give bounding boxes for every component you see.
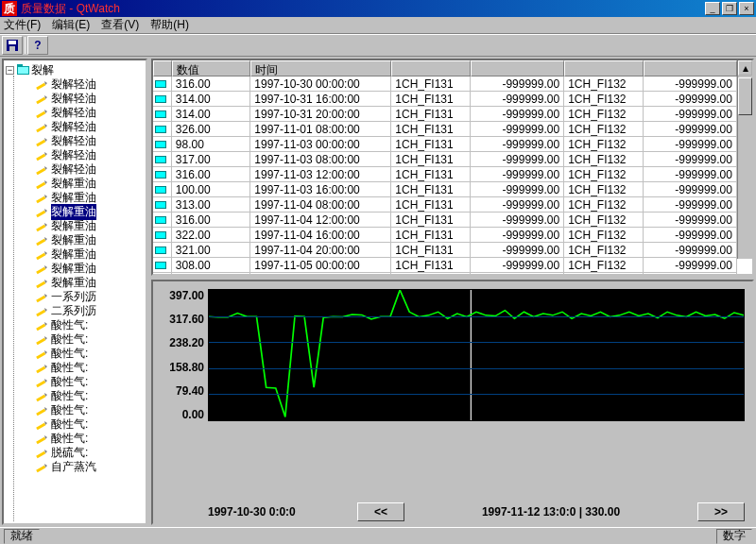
- svg-rect-10: [36, 110, 45, 118]
- table-row[interactable]: 326.001997-11-01 08:00:001CH_FI131-99999…: [153, 122, 737, 137]
- pencil-icon: [36, 221, 49, 232]
- svg-rect-32: [36, 266, 45, 274]
- row-icon: [153, 213, 168, 227]
- tree-item[interactable]: 酸性气:: [4, 375, 146, 389]
- tree-item[interactable]: 酸性气:: [4, 432, 146, 446]
- tree-item[interactable]: 裂解重油: [4, 276, 146, 290]
- tree-item[interactable]: 裂解重油: [4, 177, 146, 191]
- row-icon: [153, 123, 168, 136]
- tree-item[interactable]: 裂解重油: [4, 191, 146, 205]
- tree-item[interactable]: 裂解轻油: [4, 92, 146, 106]
- tree-root[interactable]: − 裂解: [4, 62, 146, 77]
- svg-rect-18: [36, 167, 45, 175]
- svg-rect-12: [36, 125, 45, 132]
- chart-x-start: 1997-10-30 0:0:0: [208, 505, 350, 518]
- svg-rect-83: [156, 232, 165, 238]
- collapse-icon[interactable]: −: [6, 66, 14, 75]
- svg-rect-75: [156, 172, 165, 178]
- data-grid: 数值时间316.001997-10-30 00:00:001CH_FI131-9…: [151, 59, 754, 276]
- chart-prev-button[interactable]: <<: [357, 502, 404, 521]
- table-row[interactable]: 321.001997-11-04 20:00:001CH_FI131-99999…: [153, 243, 737, 258]
- table-row[interactable]: 316.001997-11-03 12:00:001CH_FI131-99999…: [153, 167, 737, 182]
- tree-item[interactable]: 裂解轻油: [4, 120, 146, 134]
- table-row[interactable]: 317.001997-11-03 08:00:001CH_FI131-99999…: [153, 152, 737, 167]
- tree-item[interactable]: 自产蒸汽: [4, 460, 146, 474]
- tree-item[interactable]: 裂解轻油: [4, 134, 146, 148]
- chart-next-button[interactable]: >>: [697, 502, 745, 521]
- tree-item[interactable]: 酸性气:: [4, 403, 146, 417]
- help-button[interactable]: ?: [27, 36, 48, 55]
- tree-item[interactable]: 裂解重油: [4, 233, 146, 247]
- menu-file[interactable]: 文件(F): [4, 17, 41, 33]
- row-icon: [153, 168, 168, 181]
- pencil-icon: [36, 136, 49, 147]
- tree-item[interactable]: 酸性气:: [4, 347, 146, 361]
- tree-item[interactable]: 裂解轻油: [4, 162, 146, 177]
- chart-panel: 397.00317.60238.20158.8079.400.00 1997-1…: [151, 280, 754, 525]
- tree-item[interactable]: 裂解重油: [4, 247, 146, 262]
- svg-rect-36: [36, 295, 45, 302]
- maximize-button[interactable]: ❐: [722, 2, 737, 15]
- grid-header-cell[interactable]: 时间: [250, 60, 391, 76]
- table-row[interactable]: 308.001997-11-05 00:00:001CH_FI131-99999…: [153, 258, 737, 273]
- pencil-icon: [36, 193, 49, 204]
- pencil-icon: [36, 334, 49, 346]
- tree-item[interactable]: 裂解轻油: [4, 106, 146, 120]
- menu-help[interactable]: 帮助(H): [150, 17, 189, 33]
- tree-item[interactable]: 酸性气:: [4, 417, 146, 432]
- menu-edit[interactable]: 编辑(E): [52, 17, 90, 33]
- table-row[interactable]: 98.001997-11-03 00:00:001CH_FI131-999999…: [153, 137, 737, 152]
- chart-plot[interactable]: [208, 289, 745, 421]
- tree-item[interactable]: 裂解重油: [4, 205, 146, 219]
- pencil-icon: [36, 391, 49, 402]
- table-row[interactable]: 316.001997-10-30 00:00:001CH_FI131-99999…: [153, 76, 737, 92]
- grid-header-cell[interactable]: [471, 60, 564, 76]
- tree-item[interactable]: 酸性气:: [4, 389, 146, 403]
- tree-item[interactable]: 酸性气:: [4, 318, 146, 332]
- titlebar: 质 质量数据 - QtWatch _ ❐ ×: [0, 0, 756, 17]
- toolbar: ?: [0, 34, 756, 57]
- minimize-button[interactable]: _: [705, 2, 720, 15]
- row-icon: [153, 138, 168, 151]
- floppy-icon: [6, 39, 19, 52]
- svg-rect-28: [36, 238, 45, 246]
- tree-item[interactable]: 酸性气:: [4, 332, 146, 347]
- tree-item[interactable]: 一系列沥: [4, 290, 146, 304]
- chart-ytick: 397.00: [169, 289, 204, 302]
- svg-rect-79: [156, 202, 165, 208]
- tree-item[interactable]: 裂解轻油: [4, 148, 146, 162]
- grid-header-cell[interactable]: [644, 60, 737, 76]
- table-row[interactable]: 322.001997-11-04 16:00:001CH_FI131-99999…: [153, 228, 737, 243]
- svg-rect-2: [9, 46, 15, 51]
- tree-item[interactable]: 裂解重油: [4, 219, 146, 233]
- tree-item[interactable]: 脱硫气:: [4, 446, 146, 460]
- pencil-icon: [36, 108, 49, 119]
- grid-header-cell[interactable]: [564, 60, 643, 76]
- tree-item[interactable]: 酸性气:: [4, 361, 146, 375]
- svg-rect-63: [156, 81, 165, 87]
- tree-item[interactable]: 二系列沥: [4, 304, 146, 318]
- save-button[interactable]: [2, 36, 23, 55]
- pencil-icon: [36, 278, 49, 289]
- pencil-icon: [36, 306, 49, 317]
- tree-item[interactable]: 裂解重油: [4, 262, 146, 276]
- table-row[interactable]: 100.001997-11-03 16:00:001CH_FI131-99999…: [153, 182, 737, 197]
- pencil-icon: [36, 434, 49, 445]
- grid-scrollbar[interactable]: ▴: [737, 60, 752, 259]
- close-button[interactable]: ×: [739, 2, 754, 15]
- svg-rect-16: [36, 153, 45, 161]
- tree-item[interactable]: 裂解轻油: [4, 77, 146, 92]
- svg-rect-71: [156, 142, 165, 147]
- svg-rect-30: [36, 252, 45, 260]
- table-row[interactable]: 313.001997-11-04 08:00:001CH_FI131-99999…: [153, 197, 737, 212]
- svg-rect-54: [36, 422, 45, 430]
- grid-header-cell[interactable]: [391, 60, 470, 76]
- table-row[interactable]: 316.001997-11-04 12:00:001CH_FI131-99999…: [153, 212, 737, 228]
- table-row[interactable]: 314.001997-10-31 16:00:001CH_FI131-99999…: [153, 92, 737, 107]
- grid-header-cell[interactable]: 数值: [172, 60, 250, 76]
- table-row[interactable]: 316.001997-11-05 08:00:001CH_FI131-99999…: [153, 273, 737, 274]
- table-row[interactable]: 314.001997-10-31 20:00:001CH_FI131-99999…: [153, 107, 737, 122]
- chart-line-series: [209, 290, 744, 417]
- menu-view[interactable]: 查看(V): [101, 17, 139, 33]
- pencil-icon: [36, 94, 49, 105]
